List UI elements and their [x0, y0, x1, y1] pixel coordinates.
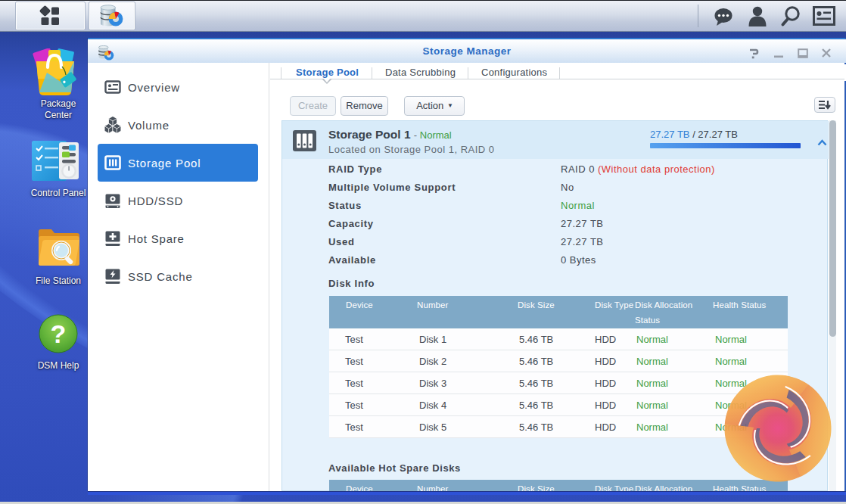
svg-text:?: ?	[51, 319, 67, 348]
